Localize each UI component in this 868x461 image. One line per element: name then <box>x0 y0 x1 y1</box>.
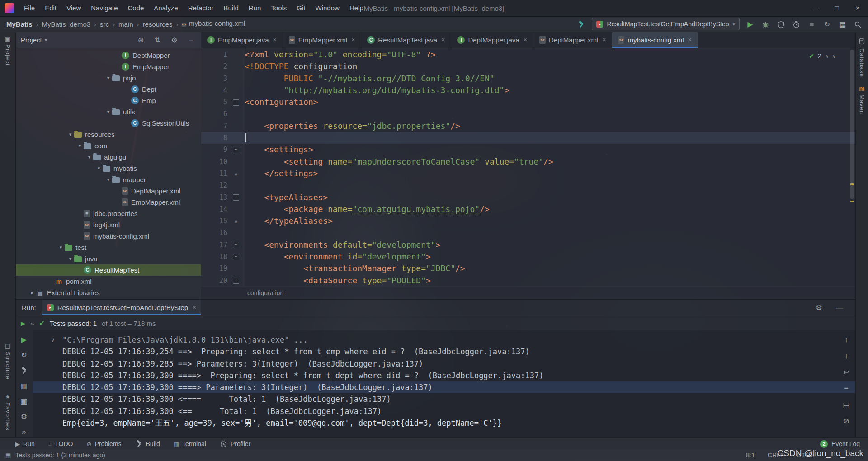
stop-button[interactable]: ■ <box>807 19 816 29</box>
settings-gear-icon[interactable]: ⚙ <box>814 303 824 312</box>
chevron-down-icon[interactable]: ▾ <box>57 245 65 250</box>
fold-icon[interactable]: − <box>233 278 239 284</box>
breadcrumb-item-resources[interactable]: resources <box>143 20 173 28</box>
menu-file[interactable]: File <box>19 0 40 16</box>
code-line-8[interactable]: 8 <box>201 132 856 144</box>
tab-deptmapper-xml[interactable]: <>DeptMapper.xml× <box>533 32 612 48</box>
close-tab-icon[interactable]: × <box>441 36 445 43</box>
menu-edit[interactable]: Edit <box>40 0 61 16</box>
tab-resultmaptest-java[interactable]: CResultMapTest.java× <box>361 32 451 48</box>
menu-analyze[interactable]: Analyze <box>149 0 183 16</box>
code-line-20[interactable]: 20− <dataSource type="POOLED"> <box>201 275 856 287</box>
close-tab-icon[interactable]: × <box>273 36 277 43</box>
fold-icon[interactable]: − <box>233 147 239 153</box>
rerun-icon[interactable]: ▶ <box>19 335 29 344</box>
code-area[interactable]: 1<?xml version="1.0" encoding="UTF-8" ?>… <box>201 48 856 287</box>
run-button[interactable]: ▶ <box>745 19 755 29</box>
chevron-down-icon[interactable]: ▾ <box>104 75 112 81</box>
close-tab-icon[interactable]: × <box>351 36 355 43</box>
profiler-button[interactable] <box>792 19 801 29</box>
code-line-10[interactable]: 10 <setting name="mapUnderscoreToCamelCa… <box>201 156 856 168</box>
tree-item-test[interactable]: ▾test <box>15 242 201 253</box>
tree-item-mybatis-config-xml[interactable]: <>mybatis-config.xml <box>15 230 201 242</box>
close-button[interactable]: × <box>847 0 868 16</box>
chevron-down-icon[interactable]: ∨ <box>51 334 55 346</box>
tree-item-pojo[interactable]: ▾pojo <box>15 72 201 84</box>
update-project-icon[interactable]: ↻ <box>822 19 832 29</box>
tree-item-com[interactable]: ▾com <box>15 140 201 151</box>
scroll-down-icon[interactable]: ↓ <box>842 351 851 361</box>
breadcrumb-item-mybatis-demo3[interactable]: MyBatis_demo3 <box>42 20 91 28</box>
layout-icon[interactable]: ▦ <box>838 19 847 29</box>
close-tab-icon[interactable]: × <box>524 36 527 43</box>
pin-icon[interactable]: ▥ <box>19 381 29 390</box>
run-configuration-select[interactable]: ▸ ResultMapTest.testGetEmpAndDeptByStep … <box>592 18 740 30</box>
tree-item-mybatis[interactable]: ▾mybatis <box>15 163 201 174</box>
close-tab-icon[interactable]: × <box>193 304 196 311</box>
toolwindow-button-build[interactable]: Build <box>135 440 160 448</box>
toolwindow-button-run[interactable]: ▶Run <box>15 440 35 447</box>
run-test-icon[interactable]: ▶ <box>21 320 25 327</box>
chevron-down-icon[interactable]: ▾ <box>85 154 93 160</box>
chevron-down-icon[interactable]: ▾ <box>95 165 103 171</box>
hide-panel-icon[interactable]: − <box>186 35 196 45</box>
tab-mybatis-config-xml[interactable]: <>mybatis-config.xml× <box>612 32 698 48</box>
menu-navigate[interactable]: Navigate <box>86 0 123 16</box>
code-line-13[interactable]: 13− <typeAliases> <box>201 192 856 203</box>
toolwindow-button-terminal[interactable]: ▥Terminal <box>174 440 206 447</box>
tool-strip-project[interactable]: ▣Project <box>0 35 15 66</box>
code-line-16[interactable]: 16 <box>201 227 856 239</box>
scroll-up-icon[interactable]: ↑ <box>842 335 851 344</box>
code-line-1[interactable]: 1<?xml version="1.0" encoding="UTF-8" ?> <box>201 49 856 61</box>
expand-tests-icon[interactable]: » <box>30 320 34 327</box>
code-line-19[interactable]: 19 <transactionManager type="JDBC"/> <box>201 263 856 274</box>
menu-git[interactable]: Git <box>292 0 310 16</box>
build-hammer-icon[interactable] <box>576 19 586 29</box>
toolwindow-button-todo[interactable]: ≡TODO <box>48 440 73 447</box>
code-line-7[interactable]: 7 <properties resource="jdbc.properties"… <box>201 120 856 132</box>
inspection-widget[interactable]: ✔ 2 ∧ ∨ <box>809 52 836 60</box>
tree-item-mapper[interactable]: ▾mapper <box>15 174 201 185</box>
tree-item-deptmapper[interactable]: IDeptMapper <box>15 50 201 61</box>
tab-empmapper-java[interactable]: IEmpMapper.java× <box>201 32 283 48</box>
test-settings-icon[interactable] <box>19 366 29 375</box>
search-everywhere-icon[interactable] <box>853 19 863 29</box>
collapse-all-icon[interactable]: ⇅ <box>153 35 162 45</box>
tree-item-atguigu[interactable]: ▾atguigu <box>15 151 201 163</box>
chevron-down-icon[interactable]: ▾ <box>76 143 84 149</box>
tree-item-empmapper[interactable]: IEmpMapper <box>15 61 201 72</box>
tool-strip-maven[interactable]: mMaven <box>856 85 868 114</box>
tool-strip-favorites[interactable]: ★Favorites <box>0 393 15 430</box>
menu-tools[interactable]: Tools <box>266 0 292 16</box>
tree-item-deptmapper-xml[interactable]: <>DeptMapper.xml <box>15 185 201 197</box>
toolwindow-button-profiler[interactable]: Profiler <box>220 440 250 448</box>
project-panel-title[interactable]: Project <box>21 36 42 44</box>
tree-item-pom-xml[interactable]: mpom.xml <box>15 276 201 287</box>
tab-empmapper-xml[interactable]: <>EmpMapper.xml× <box>283 32 362 48</box>
print-icon[interactable]: ▤ <box>842 400 851 409</box>
code-line-5[interactable]: 5−<configuration> <box>201 96 856 108</box>
tree-item-resultmaptest[interactable]: CResultMapTest <box>15 264 201 276</box>
debug-button[interactable] <box>761 19 770 29</box>
code-line-15[interactable]: 15∧ </typeAliases> <box>201 215 856 227</box>
minimize-icon[interactable]: — <box>835 303 844 312</box>
tool-strip-database[interactable]: Database <box>856 38 868 77</box>
chevron-down-icon[interactable]: ▾ <box>104 177 112 183</box>
code-line-2[interactable]: 2<!DOCTYPE configuration <box>201 61 856 72</box>
breadcrumb-item-src[interactable]: src <box>100 20 109 28</box>
next-problem-icon[interactable]: ∨ <box>832 53 836 59</box>
menu-build[interactable]: Build <box>218 0 243 16</box>
warning-stripe-mark[interactable] <box>850 201 854 202</box>
code-line-9[interactable]: 9− <settings> <box>201 144 856 155</box>
editor-breadcrumb-item[interactable]: configuration <box>247 289 283 296</box>
settings-gear-icon[interactable]: ⚙ <box>170 35 179 45</box>
tree-item-external-libraries[interactable]: ▸▤External Libraries <box>15 287 201 298</box>
screenshot-icon[interactable]: ▣ <box>19 396 29 406</box>
tree-item-resources[interactable]: ▾resources <box>15 129 201 140</box>
fold-icon[interactable]: − <box>233 254 239 260</box>
tool-strip-structure[interactable]: ▤Structure <box>0 343 15 380</box>
options-gear-icon[interactable]: ⚙ <box>19 412 29 421</box>
close-tab-icon[interactable]: × <box>688 36 692 43</box>
code-line-4[interactable]: 4 "http://mybatis.org/dtd/mybatis-3-conf… <box>201 85 856 96</box>
menu-code[interactable]: Code <box>123 0 149 16</box>
